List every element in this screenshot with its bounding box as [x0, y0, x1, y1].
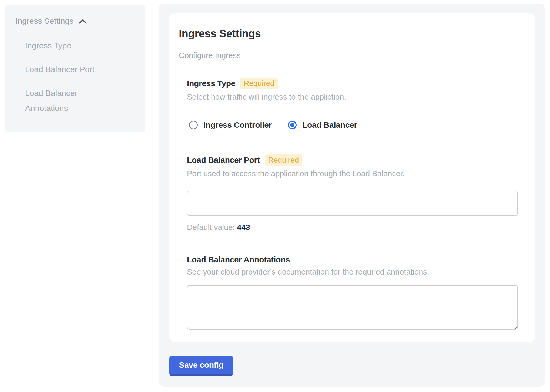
section-load-balancer-annotations-head: Load Balancer Annotations	[187, 255, 518, 264]
default-value-line: Default value:443	[187, 223, 518, 232]
radio-option-ingress-controller[interactable]: Ingress Controller	[189, 120, 272, 130]
form-sections: Ingress Type Required Select how traffic…	[187, 78, 518, 330]
field-label-load-balancer-annotations: Load Balancer Annotations	[187, 255, 290, 264]
section-ingress-type: Ingress Type Required Select how traffic…	[187, 78, 518, 130]
radio-button-icon[interactable]	[189, 121, 198, 129]
radio-option-load-balancer[interactable]: Load Balancer	[288, 120, 357, 130]
required-badge: Required	[265, 154, 303, 166]
sidebar-group-label: Ingress Settings	[15, 16, 73, 26]
page-title: Ingress Settings	[179, 28, 535, 40]
default-value-number: 443	[237, 223, 250, 232]
section-load-balancer-annotations: Load Balancer Annotations See your cloud…	[187, 255, 518, 330]
sidebar-group-ingress-settings[interactable]: Ingress Settings	[15, 16, 135, 26]
ingress-settings-panel: Ingress Settings Configure Ingress Ingre…	[159, 4, 545, 387]
section-load-balancer-port: Load Balancer Port Required Port used to…	[187, 154, 518, 232]
sidebar-item-load-balancer-annotations[interactable]: Load Balancer Annotations	[25, 86, 114, 116]
sidebar-item-ingress-type[interactable]: Ingress Type	[25, 38, 114, 53]
field-description-load-balancer-annotations: See your cloud provider’s documentation …	[187, 268, 518, 276]
default-value-label: Default value:	[187, 223, 235, 232]
save-config-button[interactable]: Save config	[169, 356, 233, 376]
field-description-load-balancer-port: Port used to access the application thro…	[187, 169, 518, 178]
field-description-ingress-type: Select how traffic will ingress to the a…	[187, 93, 518, 102]
load-balancer-port-input[interactable]	[187, 191, 518, 216]
field-label-load-balancer-port: Load Balancer Port	[187, 156, 260, 165]
radio-button-icon[interactable]	[288, 121, 297, 129]
radio-label-load-balancer[interactable]: Load Balancer	[302, 120, 357, 130]
ingress-settings-form-card: Ingress Settings Configure Ingress Ingre…	[169, 13, 535, 342]
ingress-type-radio-group: Ingress Controller Load Balancer	[189, 120, 518, 130]
field-label-ingress-type: Ingress Type	[187, 79, 235, 88]
section-ingress-type-head: Ingress Type Required	[187, 78, 518, 89]
page-subtitle: Configure Ingress	[179, 51, 535, 60]
section-load-balancer-port-head: Load Balancer Port Required	[187, 154, 518, 166]
chevron-up-icon	[78, 19, 87, 25]
radio-label-ingress-controller[interactable]: Ingress Controller	[203, 120, 272, 130]
sidebar-item-load-balancer-port[interactable]: Load Balancer Port	[25, 62, 114, 77]
settings-nav-sidebar: Ingress Settings Ingress Type Load Balan…	[5, 5, 145, 132]
required-badge: Required	[240, 78, 278, 89]
load-balancer-annotations-textarea[interactable]	[187, 285, 518, 330]
sidebar-item-list: Ingress Type Load Balancer Port Load Bal…	[25, 38, 114, 116]
